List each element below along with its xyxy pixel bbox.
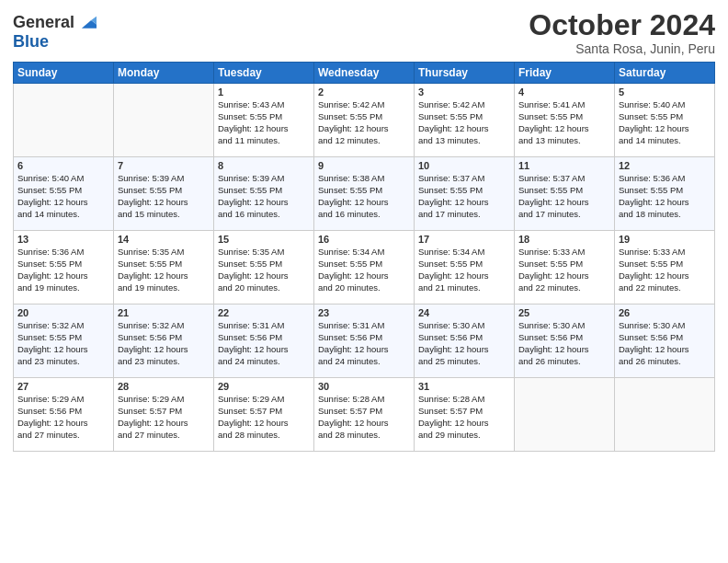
calendar-cell: 23Sunrise: 5:31 AM Sunset: 5:56 PM Dayli… xyxy=(314,304,415,378)
day-info: Sunrise: 5:35 AM Sunset: 5:55 PM Dayligh… xyxy=(118,247,210,293)
day-info: Sunrise: 5:41 AM Sunset: 5:55 PM Dayligh… xyxy=(518,99,610,146)
day-info: Sunrise: 5:42 AM Sunset: 5:55 PM Dayligh… xyxy=(318,99,410,146)
calendar-week-row: 27Sunrise: 5:29 AM Sunset: 5:56 PM Dayli… xyxy=(14,378,715,452)
calendar-cell: 26Sunrise: 5:30 AM Sunset: 5:56 PM Dayli… xyxy=(615,304,715,378)
logo-text-general: General xyxy=(13,14,74,32)
calendar-cell: 12Sunrise: 5:36 AM Sunset: 5:55 PM Dayli… xyxy=(615,157,715,231)
calendar-cell xyxy=(615,378,715,452)
calendar-cell: 13Sunrise: 5:36 AM Sunset: 5:55 PM Dayli… xyxy=(14,231,114,304)
calendar-cell: 24Sunrise: 5:30 AM Sunset: 5:56 PM Dayli… xyxy=(415,304,515,378)
day-info: Sunrise: 5:30 AM Sunset: 5:56 PM Dayligh… xyxy=(418,320,510,367)
day-info: Sunrise: 5:31 AM Sunset: 5:56 PM Dayligh… xyxy=(218,320,310,367)
calendar-header-row: SundayMondayTuesdayWednesdayThursdayFrid… xyxy=(14,63,715,84)
day-info: Sunrise: 5:28 AM Sunset: 5:57 PM Dayligh… xyxy=(418,394,510,441)
month-title: October 2024 xyxy=(529,9,715,41)
calendar-day-header: Saturday xyxy=(615,63,715,84)
logo-text-blue: Blue xyxy=(13,33,97,52)
calendar-day-header: Thursday xyxy=(415,63,515,84)
day-number: 24 xyxy=(418,307,510,318)
calendar-cell xyxy=(14,84,114,157)
day-info: Sunrise: 5:36 AM Sunset: 5:55 PM Dayligh… xyxy=(619,173,711,220)
day-info: Sunrise: 5:34 AM Sunset: 5:55 PM Dayligh… xyxy=(418,247,510,293)
day-info: Sunrise: 5:33 AM Sunset: 5:55 PM Dayligh… xyxy=(619,247,711,293)
day-number: 31 xyxy=(418,381,510,392)
calendar-cell: 31Sunrise: 5:28 AM Sunset: 5:57 PM Dayli… xyxy=(415,378,515,452)
calendar-cell: 10Sunrise: 5:37 AM Sunset: 5:55 PM Dayli… xyxy=(415,157,515,231)
calendar-cell: 21Sunrise: 5:32 AM Sunset: 5:56 PM Dayli… xyxy=(114,304,214,378)
day-number: 11 xyxy=(518,160,610,171)
day-number: 29 xyxy=(218,381,310,392)
day-info: Sunrise: 5:30 AM Sunset: 5:56 PM Dayligh… xyxy=(619,320,711,367)
calendar-cell: 4Sunrise: 5:41 AM Sunset: 5:55 PM Daylig… xyxy=(515,84,615,157)
day-number: 3 xyxy=(418,86,510,98)
day-number: 26 xyxy=(619,307,711,318)
calendar-cell: 14Sunrise: 5:35 AM Sunset: 5:55 PM Dayli… xyxy=(114,231,214,304)
calendar-cell: 1Sunrise: 5:43 AM Sunset: 5:55 PM Daylig… xyxy=(214,84,314,157)
day-info: Sunrise: 5:37 AM Sunset: 5:55 PM Dayligh… xyxy=(518,173,610,220)
calendar-cell: 19Sunrise: 5:33 AM Sunset: 5:55 PM Dayli… xyxy=(615,231,715,304)
calendar-cell: 2Sunrise: 5:42 AM Sunset: 5:55 PM Daylig… xyxy=(314,84,415,157)
day-number: 4 xyxy=(518,86,610,98)
title-block: October 2024 Santa Rosa, Junin, Peru xyxy=(529,9,715,56)
day-info: Sunrise: 5:32 AM Sunset: 5:56 PM Dayligh… xyxy=(118,320,210,367)
location: Santa Rosa, Junin, Peru xyxy=(529,41,715,56)
day-number: 28 xyxy=(118,381,210,392)
day-info: Sunrise: 5:40 AM Sunset: 5:55 PM Dayligh… xyxy=(619,99,711,146)
day-number: 6 xyxy=(17,160,109,171)
calendar-cell: 30Sunrise: 5:28 AM Sunset: 5:57 PM Dayli… xyxy=(314,378,415,452)
logo: General Blue xyxy=(13,13,97,52)
day-info: Sunrise: 5:37 AM Sunset: 5:55 PM Dayligh… xyxy=(418,173,510,220)
day-number: 30 xyxy=(318,381,410,392)
day-number: 23 xyxy=(318,307,410,318)
day-info: Sunrise: 5:32 AM Sunset: 5:55 PM Dayligh… xyxy=(17,320,109,367)
day-info: Sunrise: 5:42 AM Sunset: 5:55 PM Dayligh… xyxy=(418,99,510,146)
day-info: Sunrise: 5:29 AM Sunset: 5:57 PM Dayligh… xyxy=(118,394,210,441)
calendar-cell: 25Sunrise: 5:30 AM Sunset: 5:56 PM Dayli… xyxy=(515,304,615,378)
day-info: Sunrise: 5:39 AM Sunset: 5:55 PM Dayligh… xyxy=(218,173,310,220)
day-info: Sunrise: 5:33 AM Sunset: 5:55 PM Dayligh… xyxy=(518,247,610,293)
calendar-cell: 18Sunrise: 5:33 AM Sunset: 5:55 PM Dayli… xyxy=(515,231,615,304)
calendar-cell: 29Sunrise: 5:29 AM Sunset: 5:57 PM Dayli… xyxy=(214,378,314,452)
calendar: SundayMondayTuesdayWednesdayThursdayFrid… xyxy=(13,62,715,452)
day-number: 12 xyxy=(619,160,711,171)
day-info: Sunrise: 5:29 AM Sunset: 5:57 PM Dayligh… xyxy=(218,394,310,441)
calendar-day-header: Tuesday xyxy=(214,63,314,84)
day-number: 21 xyxy=(118,307,210,318)
day-number: 27 xyxy=(17,381,109,392)
day-info: Sunrise: 5:30 AM Sunset: 5:56 PM Dayligh… xyxy=(518,320,610,367)
day-info: Sunrise: 5:43 AM Sunset: 5:55 PM Dayligh… xyxy=(218,99,310,146)
day-number: 13 xyxy=(17,234,109,245)
day-info: Sunrise: 5:35 AM Sunset: 5:55 PM Dayligh… xyxy=(218,247,310,293)
day-info: Sunrise: 5:38 AM Sunset: 5:55 PM Dayligh… xyxy=(318,173,410,220)
day-number: 20 xyxy=(17,307,109,318)
calendar-cell: 9Sunrise: 5:38 AM Sunset: 5:55 PM Daylig… xyxy=(314,157,415,231)
day-number: 25 xyxy=(518,307,610,318)
day-number: 15 xyxy=(218,234,310,245)
page: General Blue October 2024 Santa Rosa, Ju… xyxy=(0,0,728,563)
calendar-week-row: 20Sunrise: 5:32 AM Sunset: 5:55 PM Dayli… xyxy=(14,304,715,378)
calendar-week-row: 6Sunrise: 5:40 AM Sunset: 5:55 PM Daylig… xyxy=(14,157,715,231)
calendar-day-header: Monday xyxy=(114,63,214,84)
calendar-cell: 5Sunrise: 5:40 AM Sunset: 5:55 PM Daylig… xyxy=(615,84,715,157)
calendar-week-row: 13Sunrise: 5:36 AM Sunset: 5:55 PM Dayli… xyxy=(14,231,715,304)
calendar-day-header: Wednesday xyxy=(314,63,415,84)
day-number: 16 xyxy=(318,234,410,245)
day-number: 7 xyxy=(118,160,210,171)
calendar-cell: 11Sunrise: 5:37 AM Sunset: 5:55 PM Dayli… xyxy=(515,157,615,231)
calendar-cell: 6Sunrise: 5:40 AM Sunset: 5:55 PM Daylig… xyxy=(14,157,114,231)
day-number: 2 xyxy=(318,86,410,98)
calendar-cell: 27Sunrise: 5:29 AM Sunset: 5:56 PM Dayli… xyxy=(14,378,114,452)
calendar-day-header: Sunday xyxy=(14,63,114,84)
day-info: Sunrise: 5:34 AM Sunset: 5:55 PM Dayligh… xyxy=(318,247,410,293)
calendar-cell: 7Sunrise: 5:39 AM Sunset: 5:55 PM Daylig… xyxy=(114,157,214,231)
header: General Blue October 2024 Santa Rosa, Ju… xyxy=(13,9,715,56)
day-number: 19 xyxy=(619,234,711,245)
calendar-cell: 17Sunrise: 5:34 AM Sunset: 5:55 PM Dayli… xyxy=(415,231,515,304)
day-number: 5 xyxy=(619,86,711,98)
day-number: 18 xyxy=(518,234,610,245)
calendar-cell xyxy=(114,84,214,157)
calendar-cell xyxy=(515,378,615,452)
day-info: Sunrise: 5:28 AM Sunset: 5:57 PM Dayligh… xyxy=(318,394,410,441)
calendar-cell: 15Sunrise: 5:35 AM Sunset: 5:55 PM Dayli… xyxy=(214,231,314,304)
day-info: Sunrise: 5:31 AM Sunset: 5:56 PM Dayligh… xyxy=(318,320,410,367)
